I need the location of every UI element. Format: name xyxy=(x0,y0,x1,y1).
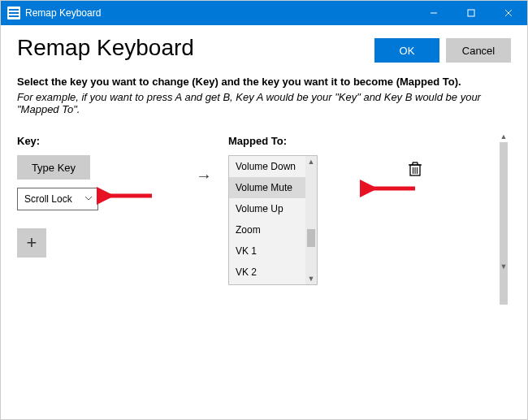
type-key-button[interactable]: Type Key xyxy=(17,155,90,180)
list-item[interactable]: Zoom xyxy=(229,219,305,240)
trash-icon xyxy=(408,161,422,177)
mapped-to-listbox[interactable]: Volume DownVolume MuteVolume UpZoomVK 1V… xyxy=(228,155,318,285)
app-icon xyxy=(7,6,20,19)
list-item[interactable]: VK 1 xyxy=(229,240,305,262)
page-title: Remap Keyboard xyxy=(17,35,194,61)
listbox-scrollbar[interactable]: ▲ ▼ xyxy=(305,156,317,284)
key-label: Key: xyxy=(17,135,180,147)
key-dropdown-value: Scroll Lock xyxy=(24,193,72,205)
content-scrollbar[interactable]: ▲ ▼ xyxy=(498,134,509,269)
scroll-down-icon: ▼ xyxy=(498,262,509,271)
chevron-down-icon xyxy=(84,193,93,205)
svg-rect-1 xyxy=(468,10,474,16)
list-item[interactable]: Volume Up xyxy=(229,198,305,219)
maximize-icon xyxy=(467,9,475,17)
listbox-scroll-thumb[interactable] xyxy=(307,229,315,247)
window-title: Remap Keyboard xyxy=(25,7,101,19)
key-dropdown[interactable]: Scroll Lock xyxy=(17,188,98,210)
list-item[interactable]: Volume Mute xyxy=(229,177,305,198)
list-item[interactable]: Volume Down xyxy=(229,156,305,177)
key-column: Key: Type Key Scroll Lock + xyxy=(17,135,180,258)
list-item[interactable]: VK 2 xyxy=(229,262,305,283)
plus-icon: + xyxy=(27,232,37,253)
delete-mapping-button[interactable] xyxy=(408,161,422,180)
scroll-up-icon: ▲ xyxy=(498,132,509,141)
window-minimize-button[interactable] xyxy=(415,1,452,25)
minimize-icon xyxy=(430,9,438,17)
instruction-example: For example, if you want to press A and … xyxy=(17,91,496,115)
scroll-down-icon: ▼ xyxy=(308,273,315,284)
scroll-up-icon: ▲ xyxy=(308,156,315,167)
window-close-button[interactable] xyxy=(490,1,527,25)
window-titlebar: Remap Keyboard xyxy=(1,1,527,25)
cancel-button[interactable]: Cancel xyxy=(446,38,511,63)
add-mapping-button[interactable]: + xyxy=(17,228,46,258)
maps-to-arrow: → xyxy=(180,135,228,216)
mapped-to-column: Mapped To: Volume DownVolume MuteVolume … xyxy=(228,135,391,285)
mapped-to-label: Mapped To: xyxy=(228,135,391,147)
ok-button[interactable]: OK xyxy=(374,38,439,63)
close-icon xyxy=(504,9,513,17)
window-maximize-button[interactable] xyxy=(452,1,490,25)
instruction-primary: Select the key you want to change (Key) … xyxy=(17,76,496,88)
content-scroll-thumb[interactable] xyxy=(500,142,508,305)
arrow-right-icon: → xyxy=(196,167,212,185)
